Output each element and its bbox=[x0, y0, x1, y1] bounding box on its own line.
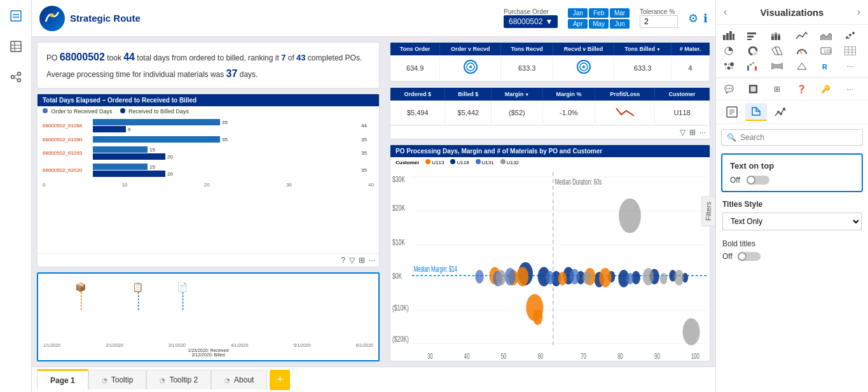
bar-label-1[interactable]: 68000502_61084 bbox=[43, 123, 90, 129]
viz-icon-area[interactable] bbox=[817, 29, 835, 43]
viz-search-box[interactable]: 🔍 bbox=[721, 129, 863, 146]
tab-tooltip[interactable]: ◔ Tooltip bbox=[88, 370, 147, 389]
bold-titles-toggle[interactable] bbox=[738, 252, 761, 261]
month-may[interactable]: May bbox=[589, 19, 609, 29]
viz-tab-format[interactable] bbox=[745, 103, 767, 121]
svg-point-114 bbox=[727, 67, 731, 70]
question-icon[interactable]: ? bbox=[341, 256, 345, 265]
filter-chart-icon[interactable]: ▽ bbox=[349, 256, 355, 265]
bar-num-dark-1: 9 bbox=[128, 127, 130, 132]
svg-text:80: 80 bbox=[617, 352, 623, 360]
viz-icon-column[interactable] bbox=[744, 29, 762, 43]
cell-margin-pct: -1.0% bbox=[542, 101, 595, 125]
svg-point-96 bbox=[849, 34, 851, 36]
svg-point-65 bbox=[533, 309, 542, 325]
search-input[interactable] bbox=[740, 133, 857, 142]
viz-icon-scatter[interactable] bbox=[841, 29, 859, 43]
month-jan[interactable]: Jan bbox=[568, 8, 588, 18]
viz-icon-matrix[interactable] bbox=[720, 59, 738, 73]
svg-point-81 bbox=[674, 270, 684, 285]
tab-tooltip2[interactable]: ◔ Tooltip 2 bbox=[146, 370, 211, 389]
svg-rect-89 bbox=[771, 36, 774, 40]
bar-row-3: 68000502_61093 15 20 35 bbox=[43, 146, 374, 160]
viz-icon-more2[interactable]: ··· bbox=[841, 82, 859, 96]
bold-titles-off-label: Off bbox=[722, 252, 733, 261]
bar-label-3[interactable]: 68000502_61093 bbox=[43, 150, 90, 156]
svg-point-72 bbox=[546, 271, 555, 284]
viz-header: ‹ Visualizations › bbox=[716, 0, 868, 25]
viz-icon-pie[interactable] bbox=[720, 44, 738, 58]
viz-tab-analytics[interactable] bbox=[769, 103, 791, 121]
bar-label-4[interactable]: 68000502_62020 bbox=[43, 167, 90, 173]
sidebar-icon-model[interactable] bbox=[6, 67, 25, 87]
svg-point-74 bbox=[626, 273, 634, 284]
month-mar[interactable]: Mar bbox=[610, 8, 630, 18]
viz-icon-waterfall[interactable] bbox=[744, 59, 762, 73]
toggle-track[interactable] bbox=[747, 176, 769, 185]
viz-icon-card[interactable]: 123 bbox=[817, 44, 835, 58]
col-tons-billed[interactable]: Tons Billed bbox=[614, 43, 672, 55]
timeline-card: 📦 📋 📄 1/1/2020 2/1/2020 3/1/2020 4/1/202… bbox=[37, 272, 380, 361]
viz-tab-fields[interactable] bbox=[721, 103, 743, 121]
col-margin[interactable]: Margin bbox=[492, 88, 542, 101]
sidebar-icon-table[interactable] bbox=[6, 37, 25, 56]
viz-icon-key[interactable]: 🔑 bbox=[817, 82, 835, 96]
tab-page1[interactable]: Page 1 bbox=[37, 369, 88, 390]
svg-text:📄: 📄 bbox=[177, 282, 188, 293]
bar-label-2[interactable]: 68000502_61090 bbox=[43, 137, 90, 143]
bar-container-1: 35 9 bbox=[93, 119, 359, 132]
viz-icon-chat[interactable]: 💬 bbox=[720, 82, 738, 96]
col-ordered: Ordered $ bbox=[390, 88, 445, 101]
filters-tab[interactable]: Filters bbox=[701, 196, 715, 227]
viz-back-icon[interactable]: ‹ bbox=[724, 6, 727, 18]
tolerance-input[interactable] bbox=[640, 15, 678, 28]
table-expand-icon[interactable]: ⊞ bbox=[689, 128, 696, 137]
sidebar-icon-report[interactable] bbox=[6, 6, 25, 25]
po-dropdown[interactable]: 68000502 ▼ bbox=[504, 15, 558, 28]
viz-icon-line[interactable] bbox=[793, 29, 811, 43]
svg-line-102 bbox=[800, 50, 802, 54]
viz-icon-table-viz[interactable] bbox=[841, 44, 859, 58]
right-panel: Tons Order Order v Recvd Tons Recvd Recv… bbox=[385, 37, 715, 367]
tooltip-icon: ◔ bbox=[102, 377, 107, 384]
tab-about[interactable]: ◔ About bbox=[211, 370, 267, 389]
viz-icon-r[interactable]: R bbox=[817, 59, 835, 73]
toggle-switch[interactable] bbox=[747, 176, 769, 185]
viz-icon-stacked[interactable] bbox=[768, 29, 786, 43]
viz-icon-smart[interactable]: 🔲 bbox=[744, 82, 762, 96]
svg-point-98 bbox=[848, 38, 850, 39]
viz-icon-bar[interactable] bbox=[720, 29, 738, 43]
toggle-row: Off bbox=[730, 176, 854, 185]
viz-icon-ribbon[interactable] bbox=[768, 59, 786, 73]
svg-text:($10K): ($10K) bbox=[392, 303, 409, 312]
tab-add-button[interactable]: + bbox=[270, 370, 290, 390]
dashboard: PO 68000502 took 44 total days from orde… bbox=[32, 37, 715, 367]
titles-style-dropdown[interactable]: Text Only None Both bbox=[722, 213, 862, 230]
svg-line-125 bbox=[756, 108, 760, 111]
more-chart-icon[interactable]: ··· bbox=[369, 256, 375, 265]
main-content: Strategic Route Purchase Order 68000502 … bbox=[32, 0, 715, 392]
info-icon[interactable]: ℹ bbox=[703, 11, 708, 25]
viz-icon-custom[interactable] bbox=[793, 59, 811, 73]
svg-point-8 bbox=[17, 73, 20, 76]
col-mater: # Mater. bbox=[671, 43, 709, 55]
top-icons: ⚙ ℹ bbox=[688, 11, 708, 25]
svg-point-24 bbox=[582, 66, 585, 68]
bar-blue-3 bbox=[93, 146, 148, 153]
filter-icon[interactable]: ⚙ bbox=[688, 11, 698, 25]
expand-chart-icon[interactable]: ⊞ bbox=[359, 256, 365, 265]
viz-icon-gauge[interactable] bbox=[793, 44, 811, 58]
viz-icon-more[interactable]: ··· bbox=[841, 59, 859, 73]
viz-icon-qa[interactable]: ❓ bbox=[793, 82, 811, 96]
bar-total-1: 44 bbox=[361, 123, 374, 129]
table-filter-icon[interactable]: ▽ bbox=[680, 128, 685, 137]
viz-icon-map[interactable] bbox=[768, 44, 786, 58]
viz-forward-icon[interactable]: › bbox=[857, 6, 860, 18]
legend-dark: Received to Billed Days bbox=[120, 108, 189, 115]
month-feb[interactable]: Feb bbox=[589, 8, 609, 18]
viz-icon-donut[interactable] bbox=[744, 44, 762, 58]
month-apr[interactable]: Apr bbox=[568, 19, 588, 29]
month-jun[interactable]: Jun bbox=[610, 19, 630, 29]
viz-icon-decomp[interactable]: ⊞ bbox=[768, 82, 786, 96]
table-more-icon[interactable]: ··· bbox=[699, 128, 706, 137]
